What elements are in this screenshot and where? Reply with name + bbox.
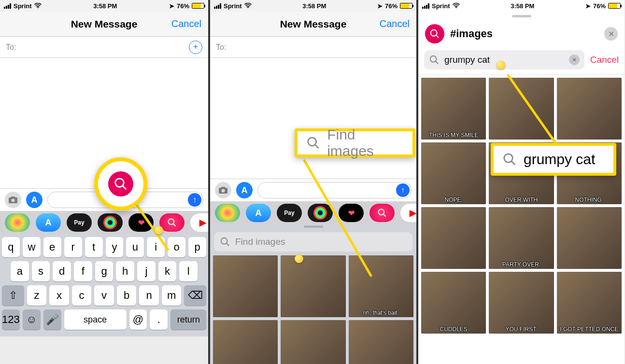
key-j[interactable]: j xyxy=(137,261,156,281)
svg-point-19 xyxy=(431,30,437,36)
key-w[interactable]: w xyxy=(23,237,41,257)
youtube-app-chip[interactable]: ▶ xyxy=(190,213,208,232)
key-c[interactable]: c xyxy=(72,285,92,306)
recipient-row[interactable]: To: xyxy=(210,37,416,58)
result-tile[interactable]: THIS IS MY SMILE xyxy=(421,78,486,140)
gif-tile[interactable] xyxy=(213,255,278,317)
key-z[interactable]: z xyxy=(27,285,47,306)
app-store-icon[interactable]: A xyxy=(26,192,43,208)
cancel-button[interactable]: Cancel xyxy=(380,18,410,29)
return-key[interactable]: return xyxy=(170,309,206,330)
key-e[interactable]: e xyxy=(43,237,61,257)
key-t[interactable]: t xyxy=(85,237,103,257)
space-key[interactable]: space xyxy=(64,309,127,330)
result-tile[interactable]: I GOT PETTED ONCE xyxy=(557,272,622,334)
key-b[interactable]: b xyxy=(117,285,137,306)
camera-icon[interactable] xyxy=(5,192,21,208)
find-images-input[interactable]: Find images xyxy=(214,232,412,252)
result-tile[interactable] xyxy=(557,78,622,140)
applepay-app-chip[interactable]: Pay xyxy=(67,213,92,232)
wifi-icon xyxy=(34,2,42,10)
result-tile[interactable] xyxy=(557,207,622,269)
mic-key[interactable]: 🎤 xyxy=(43,309,61,330)
clock-label: 3:58 PM xyxy=(511,2,534,10)
at-key[interactable]: @ xyxy=(129,309,147,330)
gif-tile[interactable] xyxy=(213,320,278,364)
key-l[interactable]: l xyxy=(179,261,198,281)
key-q[interactable]: q xyxy=(2,237,20,257)
result-tile[interactable]: YOU FIRST. xyxy=(489,272,554,334)
emoji-key[interactable]: ☺ xyxy=(23,309,41,330)
gif-tile[interactable] xyxy=(281,320,345,364)
close-button[interactable]: ✕ xyxy=(604,27,618,41)
activity-app-chip[interactable] xyxy=(308,204,333,222)
app-strip[interactable]: A Pay ▶ xyxy=(210,201,416,224)
cancel-button[interactable]: Cancel xyxy=(171,18,201,29)
key-x[interactable]: x xyxy=(49,285,69,306)
clear-search-button[interactable]: ✕ xyxy=(569,55,580,65)
key-a[interactable]: a xyxy=(11,261,29,281)
images-app-chip[interactable] xyxy=(369,204,395,222)
send-button[interactable]: ↑ xyxy=(396,183,410,197)
photos-app-chip[interactable] xyxy=(5,213,30,232)
gif-tile[interactable] xyxy=(349,320,413,364)
result-tile[interactable]: NOPE. xyxy=(421,142,486,204)
to-label: To: xyxy=(6,43,16,52)
key-y[interactable]: y xyxy=(106,237,124,257)
result-tile[interactable]: CUDDLES xyxy=(421,272,486,334)
keyboard[interactable]: qwertyuiop asdfghjkl ⇧ zxcvbnm ⌫ 123 ☺ 🎤… xyxy=(0,234,208,336)
svg-rect-10 xyxy=(221,187,225,189)
backspace-key[interactable]: ⌫ xyxy=(184,285,206,306)
stickers-app-chip[interactable] xyxy=(128,213,154,232)
stickers-app-chip[interactable] xyxy=(339,204,364,222)
activity-app-chip[interactable] xyxy=(98,213,123,232)
search-cancel-button[interactable]: Cancel xyxy=(590,55,619,65)
key-v[interactable]: v xyxy=(94,285,114,306)
youtube-app-chip[interactable]: ▶ xyxy=(400,204,416,222)
status-bar: Sprint 3:58 PM ➤ 76% xyxy=(210,0,416,12)
send-button[interactable]: ↑ xyxy=(188,193,201,207)
recipient-row[interactable]: To: + xyxy=(0,37,208,58)
result-tile[interactable]: PARTY OVER. xyxy=(489,207,554,269)
key-k[interactable]: k xyxy=(158,261,177,281)
appstore-app-chip[interactable]: A xyxy=(36,213,61,232)
svg-point-12 xyxy=(379,210,384,215)
dot-key[interactable]: . xyxy=(150,309,168,330)
svg-line-13 xyxy=(384,214,386,217)
wifi-icon xyxy=(244,2,252,10)
search-input[interactable]: grumpy cat ✕ xyxy=(424,50,584,70)
appstore-app-chip[interactable]: A xyxy=(246,204,271,222)
app-strip[interactable]: A Pay ▶ xyxy=(0,211,208,234)
result-tile[interactable]: OVER WITH xyxy=(489,142,554,204)
key-m[interactable]: m xyxy=(162,285,182,306)
gif-tile[interactable]: nh, that's bait. xyxy=(349,255,413,317)
key-n[interactable]: n xyxy=(139,285,159,306)
key-u[interactable]: u xyxy=(126,237,144,257)
numbers-key[interactable]: 123 xyxy=(2,309,20,330)
key-i[interactable]: i xyxy=(147,237,165,257)
key-r[interactable]: r xyxy=(64,237,82,257)
key-s[interactable]: s xyxy=(32,261,50,281)
shift-key[interactable]: ⇧ xyxy=(2,285,24,306)
key-o[interactable]: o xyxy=(168,237,185,257)
photos-app-chip[interactable] xyxy=(215,204,240,222)
app-store-icon[interactable]: A xyxy=(236,182,253,198)
result-tile[interactable] xyxy=(421,207,486,269)
key-g[interactable]: g xyxy=(95,261,114,281)
result-tile[interactable]: NOTHING. xyxy=(557,142,622,204)
message-input[interactable]: ↑ xyxy=(47,192,203,208)
key-h[interactable]: h xyxy=(116,261,134,281)
add-contact-button[interactable]: + xyxy=(189,41,202,54)
result-tile[interactable] xyxy=(489,78,554,140)
to-label: To: xyxy=(216,43,226,52)
applepay-app-chip[interactable]: Pay xyxy=(277,204,302,222)
carrier-label: Sprint xyxy=(224,2,242,10)
key-d[interactable]: d xyxy=(53,261,71,281)
sheet-handle[interactable] xyxy=(418,12,625,20)
gif-tile[interactable] xyxy=(281,255,345,317)
key-p[interactable]: p xyxy=(188,237,206,257)
images-app-chip[interactable] xyxy=(159,213,185,232)
message-input[interactable]: ↑ xyxy=(257,182,412,198)
camera-icon[interactable] xyxy=(215,182,231,198)
key-f[interactable]: f xyxy=(74,261,92,281)
